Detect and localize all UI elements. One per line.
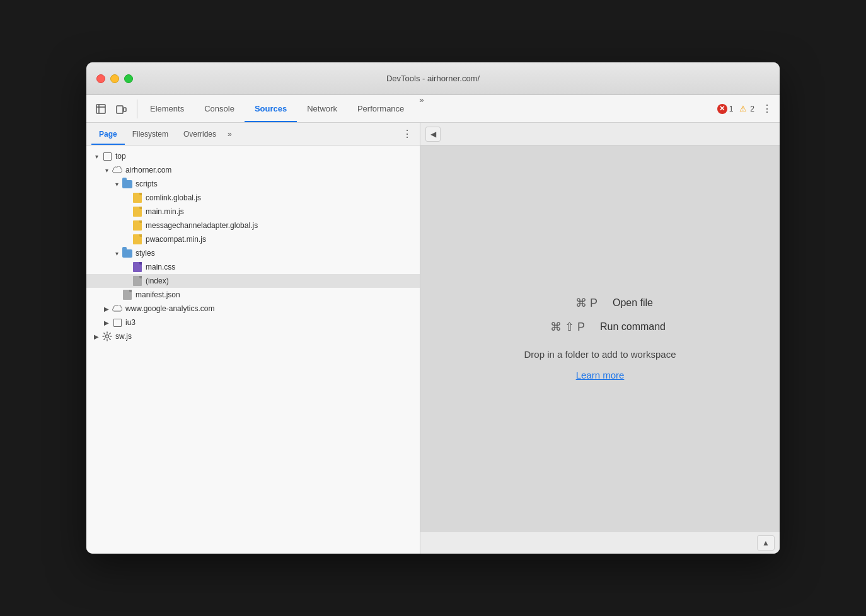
tree-item-analytics[interactable]: ▶ www.google-analytics.com <box>86 302 420 316</box>
left-panel: Page Filesystem Overrides » ⋮ ▾ <box>86 123 420 554</box>
gear-icon-swjs <box>101 331 113 342</box>
right-panel-content: ⌘ P Open file ⌘ ⇧ P Run command Drop in … <box>420 145 780 531</box>
upload-button[interactable]: ▲ <box>757 535 775 550</box>
panel-tabs-menu[interactable]: ⋮ <box>400 128 415 140</box>
tree-label-airhorner: airhorner.com <box>125 166 171 174</box>
tree-item-manifest[interactable]: manifest.json <box>86 288 420 302</box>
titlebar: DevTools - airhorner.com/ <box>86 62 780 95</box>
shortcut-keys-run: ⌘ ⇧ P <box>534 320 585 334</box>
folder-icon-styles <box>122 248 133 259</box>
tree-label-top: top <box>115 152 126 161</box>
main-content: Page Filesystem Overrides » ⋮ ▾ <box>86 123 780 554</box>
inspect-icon[interactable] <box>91 100 110 118</box>
tree-label-index: (index) <box>146 277 169 285</box>
error-count: 1 <box>729 105 734 113</box>
tree-label-analytics: www.google-analytics.com <box>125 304 214 313</box>
main-toolbar: Elements Console Sources Network Perform… <box>86 95 780 123</box>
folder-icon-scripts <box>122 178 133 190</box>
tree-item-pwacompat[interactable]: pwacompat.min.js <box>86 232 420 246</box>
tree-label-scripts: scripts <box>136 180 158 188</box>
file-icon-main-js <box>132 206 143 217</box>
tree-label-iu3: iu3 <box>125 318 136 327</box>
right-panel-header: ◀ <box>420 123 780 145</box>
error-badge: ✕ 1 <box>717 104 734 114</box>
tree-item-iu3[interactable]: ▶ iu3 <box>86 316 420 329</box>
minimize-button[interactable] <box>110 74 119 83</box>
tab-console[interactable]: Console <box>194 95 245 122</box>
learn-more-link[interactable]: Learn more <box>576 370 625 380</box>
svg-rect-0 <box>96 105 105 113</box>
tree-label-pwacompat: pwacompat.min.js <box>146 235 206 244</box>
warning-count: 2 <box>750 105 754 113</box>
cloud-icon-airhorner <box>112 164 123 176</box>
tree-arrow-top: ▾ <box>91 153 101 160</box>
devtools-window: DevTools - airhorner.com/ Elements <box>86 62 780 554</box>
right-panel: ◀ ⌘ P Open file ⌘ ⇧ P Run command Drop i… <box>420 123 780 554</box>
file-icon-main-css <box>132 261 143 273</box>
svg-point-5 <box>106 335 109 338</box>
tab-overrides[interactable]: Overrides <box>176 123 224 145</box>
traffic-lights <box>96 74 133 83</box>
device-icon[interactable] <box>112 100 130 118</box>
warning-icon: ⚠ <box>738 104 748 114</box>
maximize-button[interactable] <box>124 74 133 83</box>
svg-rect-4 <box>124 108 126 111</box>
tab-elements[interactable]: Elements <box>140 95 194 122</box>
file-icon-pwacompat <box>132 234 143 245</box>
tree-item-airhorner[interactable]: ▾ airhorner.com <box>86 163 420 177</box>
file-tree: ▾ top ▾ airhorner.com <box>86 145 420 554</box>
tabs-more-button[interactable]: » <box>414 95 429 122</box>
tab-sources[interactable]: Sources <box>245 95 297 122</box>
tree-item-comlink[interactable]: comlink.global.js <box>86 191 420 205</box>
tree-label-comlink: comlink.global.js <box>146 193 201 202</box>
tree-label-swjs: sw.js <box>115 332 132 341</box>
panel-tabs: Page Filesystem Overrides » ⋮ <box>86 123 420 145</box>
main-tabs: Elements Console Sources Network Perform… <box>140 95 717 122</box>
tree-item-styles[interactable]: ▾ styles <box>86 246 420 260</box>
tree-arrow-scripts: ▾ <box>112 181 122 188</box>
tree-arrow-analytics: ▶ <box>101 305 112 312</box>
shortcut-run-command: ⌘ ⇧ P Run command <box>534 320 666 334</box>
tree-label-message: messagechanneladapter.global.js <box>146 221 258 230</box>
tree-label-main-css: main.css <box>146 263 175 271</box>
panel-tabs-more[interactable]: » <box>224 130 236 139</box>
shortcut-open-file: ⌘ P Open file <box>547 296 653 310</box>
shortcut-label-run: Run command <box>600 321 666 333</box>
file-icon-comlink <box>132 192 143 203</box>
toolbar-icon-group <box>91 100 137 118</box>
tree-arrow-airhorner: ▾ <box>101 167 112 174</box>
tab-page[interactable]: Page <box>91 123 125 145</box>
tree-item-top[interactable]: ▾ top <box>86 149 420 163</box>
tree-arrow-styles: ▾ <box>112 250 122 257</box>
cloud-icon-analytics <box>112 303 123 314</box>
svg-rect-3 <box>117 106 123 113</box>
frame-icon-iu3 <box>112 317 123 328</box>
drop-folder-text: Drop in a folder to add to workspace <box>524 349 676 360</box>
tab-performance[interactable]: Performance <box>347 95 414 122</box>
tree-item-index[interactable]: (index) <box>86 274 420 288</box>
tab-network[interactable]: Network <box>297 95 347 122</box>
tree-arrow-iu3: ▶ <box>101 319 112 326</box>
file-icon-index <box>132 275 143 287</box>
tree-label-styles: styles <box>136 249 155 258</box>
tree-item-message[interactable]: messagechanneladapter.global.js <box>86 219 420 232</box>
tree-item-swjs[interactable]: ▶ sw.js <box>86 329 420 343</box>
tree-item-main-css[interactable]: main.css <box>86 260 420 274</box>
tree-item-main-js[interactable]: main.min.js <box>86 205 420 219</box>
tree-label-manifest: manifest.json <box>136 290 180 299</box>
bottom-bar: ▲ <box>420 531 780 554</box>
tree-label-main-js: main.min.js <box>146 207 184 216</box>
file-icon-message <box>132 220 143 231</box>
window-title: DevTools - airhorner.com/ <box>386 74 480 83</box>
tree-item-scripts[interactable]: ▾ scripts <box>86 177 420 191</box>
close-button[interactable] <box>96 74 105 83</box>
tab-filesystem[interactable]: Filesystem <box>125 123 176 145</box>
panel-collapse-button[interactable]: ◀ <box>425 127 441 142</box>
toolbar-right: ✕ 1 ⚠ 2 ⋮ <box>717 101 775 117</box>
file-icon-manifest <box>122 289 133 300</box>
error-icon: ✕ <box>717 104 727 114</box>
tree-arrow-swjs: ▶ <box>91 333 101 340</box>
warning-badge: ⚠ 2 <box>738 104 754 114</box>
toolbar-menu-button[interactable]: ⋮ <box>759 101 775 117</box>
frame-icon-top <box>101 151 113 162</box>
